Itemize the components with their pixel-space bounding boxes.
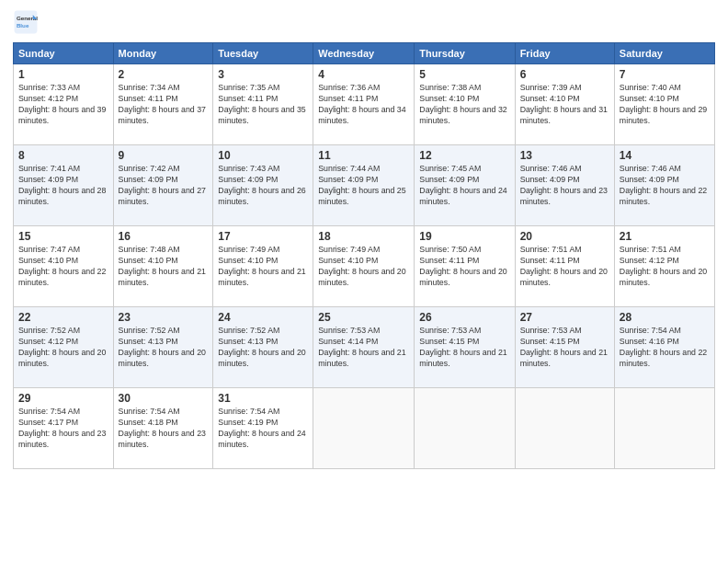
calendar-cell: 21Sunrise: 7:51 AMSunset: 4:12 PMDayligh…	[614, 226, 714, 307]
day-number: 31	[218, 392, 308, 405]
logo: General Blue	[13, 9, 40, 35]
day-info: Sunrise: 7:46 AMSunset: 4:09 PMDaylight:…	[620, 164, 710, 208]
day-number: 3	[218, 68, 308, 81]
calendar-cell: 6Sunrise: 7:39 AMSunset: 4:10 PMDaylight…	[515, 64, 614, 145]
day-info: Sunrise: 7:35 AMSunset: 4:11 PMDaylight:…	[218, 83, 308, 127]
day-number: 5	[419, 68, 509, 81]
calendar-cell: 2Sunrise: 7:34 AMSunset: 4:11 PMDaylight…	[113, 64, 213, 145]
day-info: Sunrise: 7:52 AMSunset: 4:12 PMDaylight:…	[18, 326, 108, 370]
calendar-cell: 20Sunrise: 7:51 AMSunset: 4:11 PMDayligh…	[515, 226, 614, 307]
calendar-cell: 17Sunrise: 7:49 AMSunset: 4:10 PMDayligh…	[213, 226, 313, 307]
weekday-header-monday: Monday	[113, 43, 213, 64]
day-number: 16	[119, 230, 209, 243]
day-number: 28	[620, 311, 710, 324]
page-container: General Blue SundayMondayTuesdayWednesda…	[0, 0, 728, 475]
day-number: 17	[218, 230, 308, 243]
day-info: Sunrise: 7:49 AMSunset: 4:10 PMDaylight:…	[218, 245, 308, 289]
calendar-cell	[415, 388, 515, 469]
day-info: Sunrise: 7:49 AMSunset: 4:10 PMDaylight:…	[318, 245, 409, 289]
calendar-cell: 22Sunrise: 7:52 AMSunset: 4:12 PMDayligh…	[14, 307, 114, 388]
weekday-header-friday: Friday	[515, 43, 614, 64]
day-number: 13	[520, 149, 609, 162]
day-number: 8	[18, 149, 108, 162]
day-number: 1	[18, 68, 108, 81]
calendar-cell: 30Sunrise: 7:54 AMSunset: 4:18 PMDayligh…	[113, 388, 213, 469]
day-info: Sunrise: 7:39 AMSunset: 4:10 PMDaylight:…	[520, 83, 609, 127]
calendar-week-row: 1Sunrise: 7:33 AMSunset: 4:12 PMDaylight…	[14, 64, 715, 145]
day-number: 24	[218, 311, 308, 324]
calendar-cell: 29Sunrise: 7:54 AMSunset: 4:17 PMDayligh…	[14, 388, 114, 469]
calendar-week-row: 22Sunrise: 7:52 AMSunset: 4:12 PMDayligh…	[14, 307, 715, 388]
calendar-cell	[614, 388, 714, 469]
calendar-cell: 9Sunrise: 7:42 AMSunset: 4:09 PMDaylight…	[113, 145, 213, 226]
day-number: 30	[119, 392, 209, 405]
calendar-cell: 13Sunrise: 7:46 AMSunset: 4:09 PMDayligh…	[515, 145, 614, 226]
svg-text:Blue: Blue	[17, 22, 29, 29]
calendar-week-row: 15Sunrise: 7:47 AMSunset: 4:10 PMDayligh…	[14, 226, 715, 307]
day-number: 22	[18, 311, 108, 324]
calendar-cell: 8Sunrise: 7:41 AMSunset: 4:09 PMDaylight…	[14, 145, 114, 226]
calendar-body: 1Sunrise: 7:33 AMSunset: 4:12 PMDaylight…	[14, 64, 715, 469]
day-info: Sunrise: 7:54 AMSunset: 4:16 PMDaylight:…	[620, 326, 710, 370]
day-info: Sunrise: 7:50 AMSunset: 4:11 PMDaylight:…	[419, 245, 509, 289]
day-number: 19	[419, 230, 509, 243]
day-number: 6	[520, 68, 609, 81]
day-info: Sunrise: 7:40 AMSunset: 4:10 PMDaylight:…	[620, 83, 710, 127]
calendar-cell: 4Sunrise: 7:36 AMSunset: 4:11 PMDaylight…	[313, 64, 415, 145]
weekday-header-thursday: Thursday	[415, 43, 515, 64]
weekday-header-saturday: Saturday	[614, 43, 714, 64]
calendar-week-row: 8Sunrise: 7:41 AMSunset: 4:09 PMDaylight…	[14, 145, 715, 226]
day-info: Sunrise: 7:53 AMSunset: 4:15 PMDaylight:…	[419, 326, 509, 370]
day-info: Sunrise: 7:45 AMSunset: 4:09 PMDaylight:…	[419, 164, 509, 208]
weekday-header-sunday: Sunday	[14, 43, 114, 64]
calendar-header-row: SundayMondayTuesdayWednesdayThursdayFrid…	[14, 43, 715, 64]
day-number: 4	[318, 68, 409, 81]
calendar-cell: 25Sunrise: 7:53 AMSunset: 4:14 PMDayligh…	[313, 307, 415, 388]
day-number: 2	[119, 68, 209, 81]
day-number: 21	[620, 230, 710, 243]
calendar-cell: 19Sunrise: 7:50 AMSunset: 4:11 PMDayligh…	[415, 226, 515, 307]
day-number: 7	[620, 68, 710, 81]
day-info: Sunrise: 7:46 AMSunset: 4:09 PMDaylight:…	[520, 164, 609, 208]
calendar-cell: 16Sunrise: 7:48 AMSunset: 4:10 PMDayligh…	[113, 226, 213, 307]
calendar-cell	[313, 388, 415, 469]
calendar-cell: 7Sunrise: 7:40 AMSunset: 4:10 PMDaylight…	[614, 64, 714, 145]
day-info: Sunrise: 7:51 AMSunset: 4:12 PMDaylight:…	[620, 245, 710, 289]
calendar-week-row: 29Sunrise: 7:54 AMSunset: 4:17 PMDayligh…	[14, 388, 715, 469]
weekday-header-tuesday: Tuesday	[213, 43, 313, 64]
day-info: Sunrise: 7:53 AMSunset: 4:15 PMDaylight:…	[520, 326, 609, 370]
day-info: Sunrise: 7:54 AMSunset: 4:19 PMDaylight:…	[218, 407, 308, 451]
day-number: 15	[18, 230, 108, 243]
calendar-cell: 5Sunrise: 7:38 AMSunset: 4:10 PMDaylight…	[415, 64, 515, 145]
calendar-cell: 3Sunrise: 7:35 AMSunset: 4:11 PMDaylight…	[213, 64, 313, 145]
day-info: Sunrise: 7:53 AMSunset: 4:14 PMDaylight:…	[318, 326, 409, 370]
day-info: Sunrise: 7:52 AMSunset: 4:13 PMDaylight:…	[119, 326, 209, 370]
day-info: Sunrise: 7:48 AMSunset: 4:10 PMDaylight:…	[119, 245, 209, 289]
day-number: 18	[318, 230, 409, 243]
calendar-cell: 24Sunrise: 7:52 AMSunset: 4:13 PMDayligh…	[213, 307, 313, 388]
calendar-cell: 27Sunrise: 7:53 AMSunset: 4:15 PMDayligh…	[515, 307, 614, 388]
day-number: 12	[419, 149, 509, 162]
calendar-table: SundayMondayTuesdayWednesdayThursdayFrid…	[13, 42, 715, 469]
calendar-cell: 18Sunrise: 7:49 AMSunset: 4:10 PMDayligh…	[313, 226, 415, 307]
day-info: Sunrise: 7:52 AMSunset: 4:13 PMDaylight:…	[218, 326, 308, 370]
day-info: Sunrise: 7:51 AMSunset: 4:11 PMDaylight:…	[520, 245, 609, 289]
calendar-cell	[515, 388, 614, 469]
day-info: Sunrise: 7:38 AMSunset: 4:10 PMDaylight:…	[419, 83, 509, 127]
day-number: 26	[419, 311, 509, 324]
calendar-cell: 12Sunrise: 7:45 AMSunset: 4:09 PMDayligh…	[415, 145, 515, 226]
day-number: 25	[318, 311, 409, 324]
day-number: 9	[119, 149, 209, 162]
day-info: Sunrise: 7:42 AMSunset: 4:09 PMDaylight:…	[119, 164, 209, 208]
day-info: Sunrise: 7:41 AMSunset: 4:09 PMDaylight:…	[18, 164, 108, 208]
day-number: 23	[119, 311, 209, 324]
calendar-cell: 26Sunrise: 7:53 AMSunset: 4:15 PMDayligh…	[415, 307, 515, 388]
day-info: Sunrise: 7:43 AMSunset: 4:09 PMDaylight:…	[218, 164, 308, 208]
calendar-cell: 10Sunrise: 7:43 AMSunset: 4:09 PMDayligh…	[213, 145, 313, 226]
calendar-cell: 11Sunrise: 7:44 AMSunset: 4:09 PMDayligh…	[313, 145, 415, 226]
day-number: 11	[318, 149, 409, 162]
calendar-cell: 23Sunrise: 7:52 AMSunset: 4:13 PMDayligh…	[113, 307, 213, 388]
header: General Blue	[13, 9, 715, 35]
day-info: Sunrise: 7:44 AMSunset: 4:09 PMDaylight:…	[318, 164, 409, 208]
day-number: 14	[620, 149, 710, 162]
